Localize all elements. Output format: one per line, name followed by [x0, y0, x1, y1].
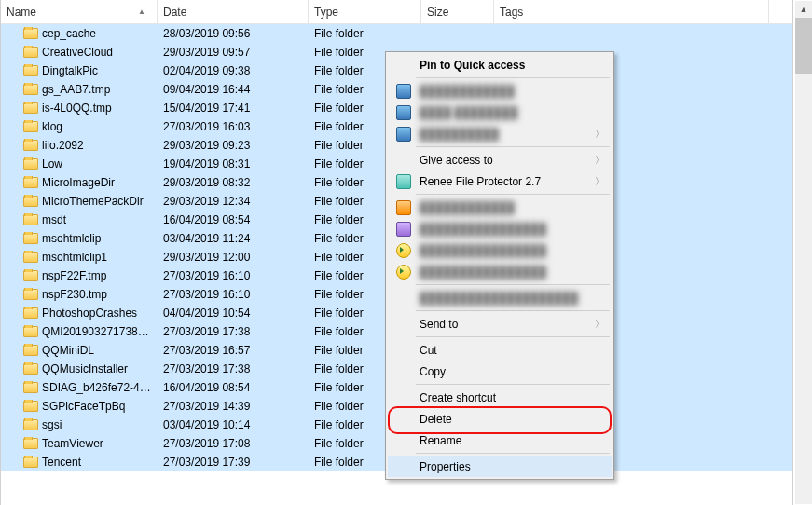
- file-name: klog: [42, 120, 62, 133]
- table-row[interactable]: cep_cache28/03/2019 09:56File folder: [1, 24, 792, 43]
- column-header-label: Type: [314, 6, 338, 19]
- column-header-size[interactable]: Size: [421, 0, 494, 23]
- file-name: gs_AAB7.tmp: [42, 83, 110, 96]
- app-icon: [396, 222, 411, 237]
- file-name: msohtmlclip: [42, 232, 101, 245]
- ctx-blurred-item[interactable]: ████████████████: [388, 218, 612, 239]
- ctx-label: Properties: [416, 460, 608, 473]
- ctx-create-shortcut[interactable]: Create shortcut: [388, 387, 612, 408]
- ctx-blurred-item[interactable]: ██████████ 〉: [388, 123, 612, 144]
- app-icon: [396, 243, 411, 258]
- app-icon: [396, 200, 411, 215]
- ctx-give-access-to[interactable]: Give access to 〉: [388, 149, 612, 171]
- file-name: is-4L0QQ.tmp: [42, 102, 112, 115]
- app-icon: [396, 265, 411, 280]
- scroll-thumb[interactable]: [795, 18, 812, 74]
- folder-icon: [23, 233, 38, 244]
- ctx-blurred-item[interactable]: ████████████████: [388, 261, 612, 282]
- folder-icon: [23, 177, 38, 188]
- chevron-right-icon: 〉: [595, 175, 608, 188]
- ctx-label: Send to: [416, 318, 595, 331]
- ctx-label: Delete: [416, 413, 608, 426]
- folder-icon: [23, 196, 38, 207]
- cell-name: DingtalkPic: [1, 64, 158, 77]
- ctx-pin-to-quick-access[interactable]: Pin to Quick access: [388, 54, 612, 75]
- ctx-blurred-item[interactable]: ████████████: [388, 197, 612, 218]
- file-name: nspF22F.tmp: [42, 269, 106, 282]
- cell-name: msdt: [1, 213, 158, 226]
- sort-ascending-icon: ▲: [138, 7, 145, 16]
- file-name: DingtalkPic: [42, 64, 98, 77]
- cell-name: MicroThemePackDir: [1, 195, 158, 208]
- ctx-blurred-item[interactable]: ████████████: [388, 80, 612, 102]
- scroll-up-icon[interactable]: ▲: [795, 1, 812, 18]
- ctx-blurred-item[interactable]: ████ ████████: [388, 102, 612, 123]
- ctx-label: Give access to: [416, 154, 595, 167]
- cell-date: 27/03/2019 17:08: [158, 437, 309, 450]
- ctx-label: Copy: [416, 365, 608, 378]
- cell-name: nspF22F.tmp: [1, 269, 158, 282]
- folder-icon: [23, 457, 38, 468]
- ctx-blurred-item[interactable]: ████████████████████: [388, 287, 612, 308]
- ctx-cut[interactable]: Cut: [388, 339, 612, 361]
- column-header-label: Size: [427, 6, 448, 19]
- chevron-right-icon: 〉: [595, 318, 608, 331]
- cell-date: 27/03/2019 17:38: [158, 325, 309, 338]
- ctx-label: ████████████████████: [416, 292, 608, 305]
- column-header-tags[interactable]: Tags: [494, 0, 769, 23]
- folder-icon: [23, 47, 38, 58]
- folder-icon: [23, 438, 38, 449]
- cell-name: QMI2019032717384...: [1, 325, 158, 338]
- ctx-label: ████████████████: [416, 223, 608, 236]
- ctx-blurred-item[interactable]: ████████████████: [388, 239, 612, 261]
- cell-name: is-4L0QQ.tmp: [1, 102, 158, 115]
- folder-icon: [23, 252, 38, 263]
- vertical-scrollbar[interactable]: ▲: [795, 1, 812, 504]
- cell-date: 29/03/2019 09:23: [158, 139, 309, 152]
- column-header-name[interactable]: Name▲: [1, 0, 158, 23]
- cell-name: MicroImageDir: [1, 176, 158, 189]
- file-name: Low: [42, 157, 62, 171]
- file-name: MicroImageDir: [42, 176, 115, 189]
- cell-date: 27/03/2019 16:10: [158, 269, 309, 282]
- cell-date: 09/04/2019 16:44: [158, 83, 309, 96]
- cell-name: CreativeCloud: [1, 46, 158, 59]
- column-header-type[interactable]: Type: [309, 0, 421, 23]
- file-name: Tencent: [42, 456, 81, 469]
- ctx-renee-file-protector[interactable]: Renee File Protector 2.7 〉: [388, 171, 612, 192]
- folder-icon: [23, 307, 38, 319]
- file-name: SGPicFaceTpBq: [42, 400, 125, 413]
- ctx-label: Pin to Quick access: [416, 59, 608, 72]
- cell-date: 27/03/2019 16:03: [158, 120, 309, 133]
- column-header-date[interactable]: Date: [158, 0, 309, 23]
- folder-icon: [23, 270, 38, 281]
- chevron-right-icon: 〉: [595, 128, 608, 141]
- file-name: msdt: [42, 213, 66, 226]
- cell-name: lilo.2092: [1, 139, 158, 152]
- app-icon: [396, 174, 411, 189]
- ctx-delete[interactable]: Delete: [388, 408, 612, 430]
- folder-icon: [23, 214, 38, 225]
- folder-icon: [23, 28, 38, 39]
- cell-date: 29/03/2019 09:57: [158, 46, 309, 59]
- cell-date: 27/03/2019 16:10: [158, 288, 309, 301]
- chevron-right-icon: 〉: [595, 154, 608, 167]
- ctx-copy[interactable]: Copy: [388, 361, 612, 382]
- ctx-label: ████████████████: [416, 266, 608, 279]
- cell-name: PhotoshopCrashes: [1, 307, 158, 320]
- cell-name: klog: [1, 120, 158, 133]
- cell-date: 27/03/2019 16:57: [158, 344, 309, 357]
- ctx-properties[interactable]: Properties: [388, 456, 612, 477]
- folder-icon: [23, 289, 38, 300]
- file-name: cep_cache: [42, 27, 96, 40]
- file-name: lilo.2092: [42, 139, 84, 152]
- ctx-send-to[interactable]: Send to 〉: [388, 313, 612, 334]
- file-name: QQMusicInstaller: [42, 362, 128, 375]
- ctx-rename[interactable]: Rename: [388, 430, 612, 451]
- folder-icon: [23, 401, 38, 412]
- cell-date: 27/03/2019 17:38: [158, 362, 309, 375]
- file-name: QQMiniDL: [42, 344, 94, 357]
- cell-name: SDIAG_b426fe72-4a...: [1, 381, 158, 394]
- ctx-label: ████ ████████: [416, 106, 608, 119]
- file-name: msohtmlclip1: [42, 251, 107, 264]
